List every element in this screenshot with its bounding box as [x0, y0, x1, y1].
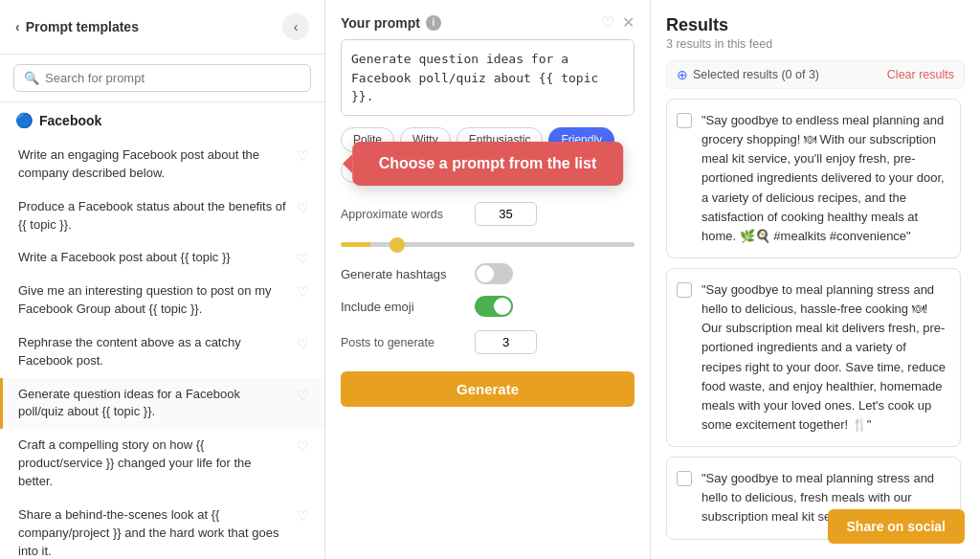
- generate-button[interactable]: Generate: [341, 371, 635, 407]
- prompt-textarea[interactable]: Generate question ideas for a Facebook p…: [341, 39, 635, 116]
- prompt-text: Rephrase the content above as a catchy F…: [18, 334, 297, 370]
- prompt-text: Craft a compelling story on how {{ produ…: [18, 436, 297, 491]
- back-navigation[interactable]: ‹ Prompt templates: [15, 19, 139, 34]
- prompt-actions: ♡ ✕: [601, 13, 635, 32]
- generate-hashtags-toggle[interactable]: [475, 263, 513, 284]
- table-row: "Say goodbye to meal planning stress and…: [666, 268, 961, 447]
- search-input[interactable]: [45, 71, 301, 85]
- result-text: "Say goodbye to endless meal planning an…: [702, 113, 945, 243]
- approx-words-row: Approximate words: [325, 194, 650, 234]
- include-emoji-label: Include emoji: [341, 300, 465, 314]
- approx-words-input[interactable]: [475, 202, 537, 226]
- heart-icon[interactable]: ♡: [297, 336, 309, 351]
- right-panel: Results 3 results in this feed ⊕ Selecte…: [651, 0, 980, 559]
- prompt-text: Write an engaging Facebook post about th…: [18, 146, 297, 183]
- toggle-knob: [477, 265, 494, 282]
- search-icon: 🔍: [24, 71, 39, 85]
- selected-label: Selected results (0 of 3): [693, 68, 819, 81]
- prompt-header-left: Your prompt i: [341, 15, 441, 31]
- include-emoji-toggle[interactable]: [475, 296, 513, 317]
- chevron-left-icon: ‹: [15, 19, 20, 34]
- result-checkbox[interactable]: [677, 113, 692, 128]
- category-name: Facebook: [39, 113, 101, 128]
- prompt-text: Write a Facebook post about {{ topic }}: [18, 249, 297, 267]
- heart-icon[interactable]: ♡: [297, 508, 309, 524]
- heart-icon[interactable]: ♡: [297, 200, 309, 215]
- results-count: 3 results in this feed: [666, 37, 965, 51]
- generate-hashtags-label: Generate hashtags: [341, 267, 465, 281]
- generate-hashtags-row: Generate hashtags: [325, 257, 650, 290]
- toggle-knob-emoji: [494, 298, 511, 315]
- posts-to-generate-input[interactable]: [475, 330, 537, 354]
- choose-prompt-overlay: Choose a prompt from the list: [352, 142, 624, 186]
- middle-panel: Your prompt i ♡ ✕ Generate question idea…: [325, 0, 651, 559]
- your-prompt-label: Your prompt: [341, 15, 420, 31]
- prompt-header: Your prompt i ♡ ✕: [325, 0, 650, 39]
- result-checkbox[interactable]: [677, 282, 692, 298]
- results-list: "Say goodbye to endless meal planning an…: [666, 99, 965, 544]
- left-header: ‹ Prompt templates ‹: [0, 0, 324, 55]
- list-item[interactable]: Craft a compelling story on how {{ produ…: [0, 429, 324, 499]
- prompt-list: Write an engaging Facebook post about th…: [0, 135, 324, 559]
- back-icon-circle[interactable]: ‹: [282, 13, 309, 40]
- prompt-text: Share a behind-the-scenes look at {{ com…: [18, 506, 297, 559]
- heart-icon[interactable]: ♡: [297, 148, 309, 164]
- heart-icon[interactable]: ♡: [297, 438, 309, 454]
- facebook-icon: 🔵: [15, 112, 33, 129]
- heart-button[interactable]: ♡: [601, 13, 614, 32]
- close-button[interactable]: ✕: [622, 13, 635, 32]
- approx-words-label: Approximate words: [341, 208, 465, 221]
- prompt-text: Generate question ideas for a Facebook p…: [18, 386, 297, 422]
- heart-icon[interactable]: ♡: [297, 388, 309, 403]
- left-panel: ‹ Prompt templates ‹ 🔍 🔵 Facebook Write …: [0, 0, 325, 559]
- heart-icon[interactable]: ♡: [297, 284, 309, 300]
- include-emoji-row: Include emoji: [325, 290, 650, 323]
- posts-to-generate-label: Posts to generate: [341, 336, 465, 349]
- info-icon[interactable]: i: [426, 15, 441, 31]
- back-label: Prompt templates: [26, 19, 139, 34]
- list-item[interactable]: Write an engaging Facebook post about th…: [0, 139, 324, 190]
- list-item[interactable]: Generate question ideas for a Facebook p…: [0, 378, 324, 430]
- posts-to-generate-row: Posts to generate: [325, 323, 650, 362]
- heart-icon[interactable]: ♡: [297, 251, 309, 266]
- plus-icon: ⊕: [677, 67, 688, 82]
- search-input-wrap: 🔍: [13, 64, 311, 92]
- share-on-social-button[interactable]: Share on social: [828, 509, 965, 544]
- circle-chevron-icon: ‹: [294, 19, 299, 34]
- list-item[interactable]: Share a behind-the-scenes look at {{ com…: [0, 499, 324, 559]
- selected-bar-left: ⊕ Selected results (0 of 3): [677, 67, 819, 82]
- search-box: 🔍: [0, 55, 324, 102]
- list-item[interactable]: Give me an interesting question to post …: [0, 275, 324, 326]
- clear-results-button[interactable]: Clear results: [887, 68, 954, 81]
- prompt-text: Give me an interesting question to post …: [18, 282, 297, 319]
- words-slider[interactable]: [341, 242, 635, 247]
- result-checkbox[interactable]: [677, 471, 692, 486]
- choose-prompt-label: Choose a prompt from the list: [379, 155, 597, 171]
- selected-bar: ⊕ Selected results (0 of 3) Clear result…: [666, 60, 965, 89]
- list-item[interactable]: Produce a Facebook status about the bene…: [0, 190, 324, 242]
- list-item[interactable]: Rephrase the content above as a catchy F…: [0, 326, 324, 378]
- table-row: "Say goodbye to endless meal planning an…: [666, 99, 961, 258]
- list-item[interactable]: Write a Facebook post about {{ topic }} …: [0, 241, 324, 275]
- category-label: 🔵 Facebook: [0, 102, 324, 135]
- results-title: Results: [666, 15, 965, 35]
- result-text: "Say goodbye to meal planning stress and…: [702, 282, 946, 432]
- slider-wrap: [325, 234, 650, 257]
- prompt-text: Produce a Facebook status about the bene…: [18, 198, 297, 235]
